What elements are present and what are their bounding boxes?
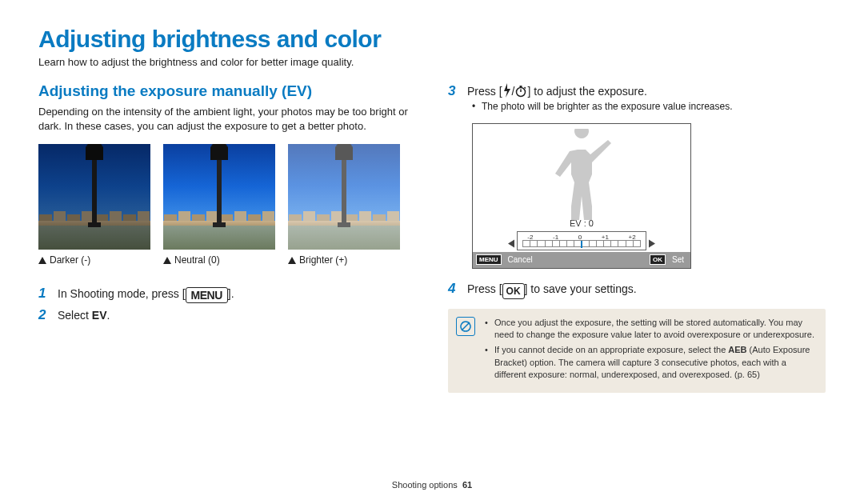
sample-neutral: Neutral (0) (163, 144, 275, 266)
ev-value-label: EV : 0 (570, 218, 594, 228)
svg-rect-1 (520, 86, 522, 87)
ev-marker (581, 241, 582, 248)
note-item-2: If you cannot decide on an appropriate e… (485, 344, 814, 381)
timer-icon (514, 85, 527, 98)
svg-line-3 (525, 87, 526, 89)
camera-legend-bar: MENU Cancel OK Set (473, 252, 690, 268)
flash-icon (502, 83, 512, 98)
sample-darker: Darker (-) (38, 144, 150, 266)
triangle-up-icon (288, 257, 296, 264)
ok-button-icon: OK (502, 283, 525, 299)
caption-brighter: Brighter (+) (299, 254, 347, 266)
step-3-bullet: The photo will be brighter as the exposu… (469, 100, 826, 113)
camera-screen-preview: EV : 0 -2 -1 0 +1 +2 MENU C (472, 123, 691, 269)
triangle-up-icon (163, 257, 171, 264)
silhouette-figure (538, 129, 626, 220)
note-box: Once you adjust the exposure, the settin… (448, 309, 826, 393)
page-title: Adjusting brightness and color (38, 26, 826, 53)
sample-brighter: Brighter (+) (288, 144, 400, 266)
note-icon (456, 317, 475, 336)
menu-button-icon: MENU (476, 254, 502, 265)
caption-darker: Darker (-) (50, 254, 90, 266)
step-4: 4 Press [OK] to save your settings. (448, 280, 826, 299)
page-intro: Learn how to adjust the brightness and c… (38, 56, 826, 68)
step-1: 1 In Shooting mode, press [MENU]. (38, 285, 416, 303)
triangle-right-icon (649, 239, 655, 247)
section-heading-ev: Adjusting the exposure manually (EV) (38, 82, 416, 100)
exposure-samples: Darker (-) Neutral (0) (38, 144, 416, 266)
page-footer: Shooting options 61 (0, 480, 864, 490)
step-3: 3 Press [/] to adjust the exposure. The … (448, 82, 826, 118)
ok-button-icon: OK (650, 254, 666, 265)
menu-button-icon: MENU (186, 287, 228, 303)
step-2: 2 Select EV. (38, 306, 416, 324)
triangle-up-icon (38, 257, 46, 264)
triangle-left-icon (508, 239, 514, 247)
caption-neutral: Neutral (0) (174, 254, 220, 266)
note-item-1: Once you adjust the exposure, the settin… (485, 317, 814, 342)
ev-scale: -2 -1 0 +1 +2 (517, 231, 646, 250)
section-body-ev: Depending on the intensity of the ambien… (38, 105, 416, 133)
